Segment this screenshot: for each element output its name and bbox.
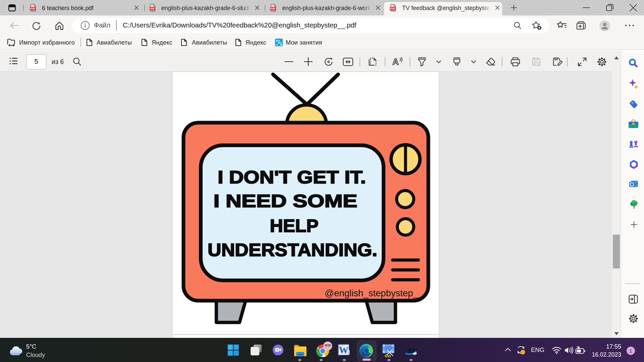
svg-text:I DON'T GET IT.: I DON'T GET IT. bbox=[218, 167, 366, 187]
svg-text:UNDERSTANDING.: UNDERSTANDING. bbox=[208, 240, 377, 260]
svg-text:PDF: PDF bbox=[390, 7, 395, 10]
svg-text:A: A bbox=[392, 57, 399, 67]
svg-text:@english_stepbystep__: @english_stepbystep__ bbox=[325, 288, 424, 298]
svg-text:PDF: PDF bbox=[30, 7, 35, 10]
svg-text:HELP: HELP bbox=[270, 216, 319, 236]
svg-text:PDF: PDF bbox=[150, 7, 155, 10]
svg-text:W: W bbox=[339, 345, 348, 355]
svg-text:PDF: PDF bbox=[270, 7, 275, 10]
svg-text:I NEED SOME: I NEED SOME bbox=[214, 191, 358, 211]
